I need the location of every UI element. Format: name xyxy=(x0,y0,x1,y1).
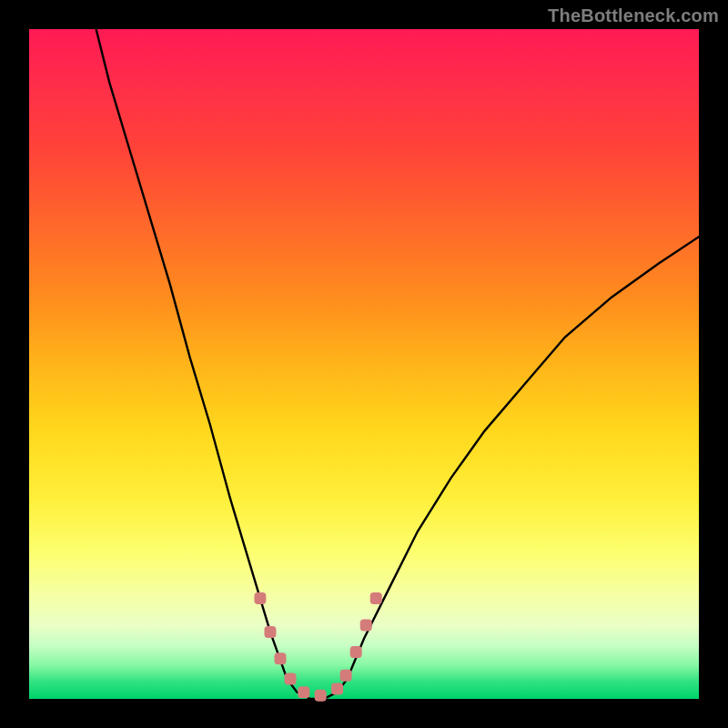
curve-left-branch xyxy=(96,29,288,679)
curve-svg xyxy=(29,29,699,699)
marker-group xyxy=(254,592,381,702)
marker-point xyxy=(264,626,276,638)
marker-point xyxy=(315,690,327,702)
plot-area xyxy=(29,29,699,699)
marker-point xyxy=(285,672,297,684)
marker-point xyxy=(360,620,372,632)
marker-point xyxy=(350,646,362,658)
marker-point xyxy=(254,592,266,604)
marker-point xyxy=(340,670,352,682)
marker-point xyxy=(331,682,343,694)
chart-frame: TheBottleneck.com xyxy=(0,0,728,728)
marker-point xyxy=(370,592,382,604)
watermark-text: TheBottleneck.com xyxy=(548,5,719,26)
marker-point xyxy=(275,652,287,664)
curve-right-branch xyxy=(348,237,699,679)
marker-point xyxy=(298,686,309,698)
